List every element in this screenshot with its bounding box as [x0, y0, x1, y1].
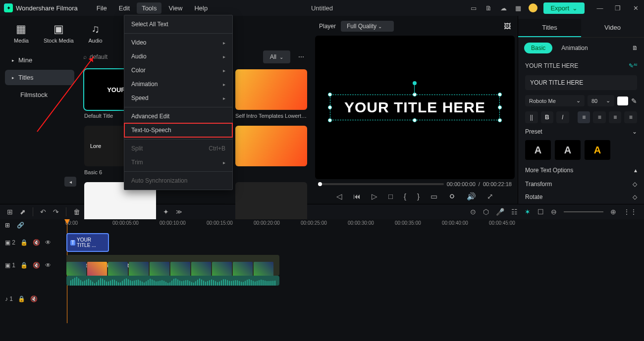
prev-icon[interactable]: ◁ [336, 192, 342, 201]
account-avatar[interactable] [529, 3, 537, 12]
mark-in-icon[interactable]: { [404, 192, 406, 201]
quality-select[interactable]: Full Quality ⌄ [341, 21, 394, 32]
resize-handle[interactable] [413, 93, 417, 97]
resize-handle[interactable] [498, 93, 502, 97]
snapshot-icon[interactable]: 🖼 [504, 22, 511, 30]
fullscreen-icon[interactable]: ⤢ [487, 192, 493, 201]
keyframe-icon[interactable]: ◇ [633, 181, 637, 188]
undo-icon[interactable]: ↶ [40, 208, 46, 216]
mute-icon[interactable]: 🔇 [30, 295, 38, 302]
close-icon[interactable]: ✕ [631, 3, 640, 12]
resize-handle[interactable] [498, 105, 502, 109]
preset-thumb[interactable]: A [555, 140, 581, 160]
more-icon[interactable]: ⋯ [294, 50, 308, 63]
dd-video[interactable]: Video▸ [124, 36, 232, 49]
transform-section[interactable]: Transform [525, 181, 552, 188]
target-icon[interactable]: ⊙ [470, 208, 476, 216]
chevron-down-icon[interactable]: ⌄ [632, 128, 637, 135]
menu-file[interactable]: File [92, 2, 112, 14]
menu-edit[interactable]: Edit [114, 2, 135, 14]
menu-tools[interactable]: Tools [137, 2, 161, 14]
keyframe-icon[interactable]: ◇ [633, 194, 637, 200]
maximize-icon[interactable]: ❐ [613, 3, 622, 12]
grid-icon[interactable]: ⋮⋮ [623, 208, 637, 216]
asset-item[interactable] [235, 126, 307, 175]
mixer-icon[interactable]: ☷ [511, 208, 518, 216]
lock-icon[interactable]: 🔒 [20, 239, 28, 246]
zoom-slider[interactable] [564, 211, 603, 212]
inspector-tab-video[interactable]: Video [581, 19, 644, 37]
resize-handle[interactable] [328, 105, 332, 109]
zoom-out-icon[interactable]: ⊖ [551, 208, 557, 216]
preset-thumb[interactable]: A [525, 140, 551, 160]
menu-help[interactable]: Help [189, 2, 213, 14]
camera-icon[interactable]: ⭘ [448, 192, 456, 201]
collapse-sidebar-button[interactable]: ◂ [64, 177, 76, 187]
text-color[interactable] [617, 97, 628, 105]
dd-color[interactable]: Color▸ [124, 63, 232, 77]
audio-clip[interactable] [66, 276, 279, 286]
cc-icon[interactable]: ☐ [537, 208, 544, 216]
resize-handle[interactable] [413, 118, 417, 122]
italic-button[interactable]: I [556, 111, 569, 123]
dd-select-all-text[interactable]: Select All Text [124, 17, 232, 31]
align-right-button[interactable]: ≡ [609, 111, 622, 123]
lock-icon[interactable]: 🔒 [18, 295, 25, 302]
preset-thumb[interactable]: A [585, 140, 610, 160]
filter-all[interactable]: All⌄ [263, 50, 290, 63]
align-justify-button[interactable]: ≡ [624, 111, 637, 123]
mute-icon[interactable]: 🔇 [33, 262, 40, 269]
tab-media[interactable]: ▦Media [10, 21, 33, 46]
title-clip[interactable]: TYOUR TITLE ... [66, 233, 109, 252]
chevron-up-icon[interactable]: ▴ [634, 167, 637, 174]
align-center-button[interactable]: ≡ [593, 111, 606, 123]
step-back-icon[interactable]: ⏮ [353, 192, 361, 201]
dd-speed[interactable]: Speed▸ [124, 91, 232, 105]
dd-advanced-edit[interactable]: Advanced Edit [124, 109, 232, 123]
resize-handle[interactable] [328, 118, 332, 122]
preview-canvas[interactable]: YOUR TITLE HERE [315, 36, 515, 179]
resize-handle[interactable] [328, 93, 332, 97]
resize-handle[interactable] [498, 118, 502, 122]
preview-seek-slider[interactable] [318, 183, 444, 185]
timeline-ruler[interactable]: 00:00 00:00:05:00 00:00:10:00 00:00:15:0… [65, 219, 644, 231]
sidebar-item-titles[interactable]: ▸Titles [5, 70, 74, 85]
tab-audio[interactable]: ♫Audio [85, 21, 107, 46]
link-icon[interactable]: 🔗 [17, 222, 24, 229]
lock-icon[interactable]: 🔒 [20, 262, 28, 269]
play-icon[interactable]: ▷ [372, 192, 377, 201]
save-preset-icon[interactable]: 🗎 [632, 45, 638, 51]
display-icon[interactable]: ▭ [430, 192, 437, 201]
video-clip[interactable]: ▶Retro Intro Filmora Tutorial [66, 255, 279, 276]
menu-view[interactable]: View [163, 2, 187, 14]
spacing-icon[interactable]: || [525, 111, 538, 123]
asset-self-intro[interactable]: Self Intro Templates Lowerth... [235, 69, 307, 119]
subtab-basic[interactable]: Basic [524, 43, 552, 53]
mic-icon[interactable]: 🎤 [496, 208, 504, 216]
dd-animation[interactable]: Animation▸ [124, 77, 232, 91]
visibility-icon[interactable]: 👁 [45, 262, 51, 269]
apps-icon[interactable]: ▦ [514, 3, 523, 12]
redo-icon[interactable]: ↷ [53, 208, 59, 216]
export-button[interactable]: Export⌄ [543, 2, 585, 14]
inspector-tab-titles[interactable]: Titles [518, 19, 581, 37]
shield-icon[interactable]: ⬡ [483, 208, 489, 216]
sidebar-item-mine[interactable]: ▸Mine [5, 52, 74, 68]
asset-item[interactable] [235, 182, 307, 223]
stop-icon[interactable]: □ [388, 192, 393, 201]
zoom-in-icon[interactable]: ⊕ [610, 208, 616, 216]
more-text-options[interactable]: More Text Options [525, 167, 573, 174]
mute-icon[interactable]: 🔇 [33, 239, 40, 246]
add-track-icon[interactable]: ⊞ [5, 222, 10, 229]
marker-icon[interactable]: ✶ [525, 208, 531, 216]
ai-icon[interactable]: ✎ᴬᴵ [629, 62, 637, 69]
device-icon[interactable]: ▭ [469, 3, 478, 12]
minimize-icon[interactable]: — [595, 3, 604, 12]
mark-out-icon[interactable]: } [417, 192, 420, 201]
rotate-handle[interactable] [413, 81, 417, 85]
font-select[interactable]: Roboto Me⌄ [525, 95, 585, 106]
dd-text-to-speech[interactable]: Text-to-Speech [124, 123, 232, 137]
tab-stock-media[interactable]: ▣Stock Media [40, 21, 78, 46]
save-icon[interactable]: 🗎 [484, 3, 493, 12]
align-left-button[interactable]: ≡ [578, 111, 590, 123]
